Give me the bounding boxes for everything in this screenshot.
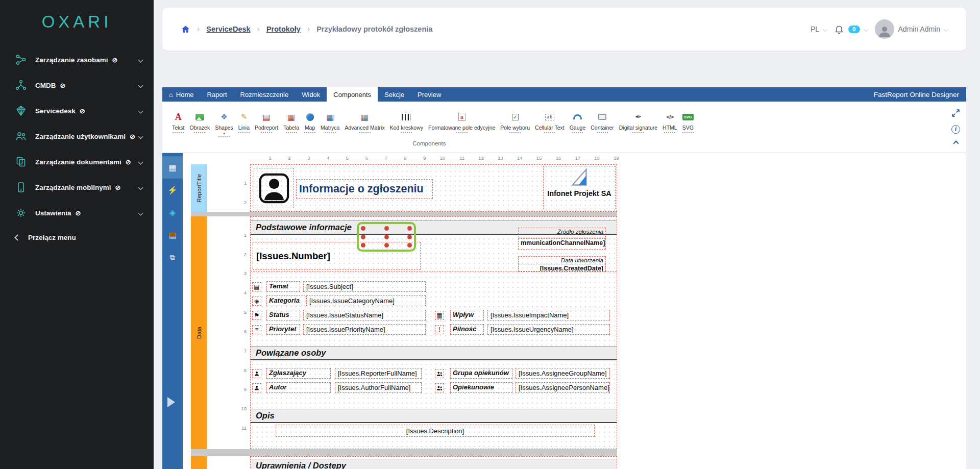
created-label[interactable]: Data utworzenia <box>518 256 606 264</box>
tab-raport[interactable]: Raport <box>201 87 234 102</box>
pages-icon[interactable]: ⧉ <box>162 246 183 268</box>
sidebar-item-ustawienia[interactable]: Ustawienia ⊘ <box>0 200 154 226</box>
component-tabela[interactable]: ▦Tabela <box>281 111 302 133</box>
band-footer[interactable]: Footer1 <box>191 456 207 469</box>
play-icon[interactable] <box>167 397 175 407</box>
category-icon[interactable]: ◈ <box>252 297 261 306</box>
component-svg[interactable]: SVGSVG <box>680 111 696 133</box>
category-value-field[interactable]: [Issues.IssueCategoryName] <box>306 295 426 306</box>
breadcrumb-protokoly[interactable]: Protokoły <box>266 25 301 33</box>
selection-handle[interactable] <box>384 226 389 231</box>
description-field[interactable]: [Issues.Description] <box>276 425 595 437</box>
subject-label[interactable]: Temat <box>266 281 300 292</box>
band-splitter[interactable] <box>191 449 617 456</box>
tab-sekcje[interactable]: Sekcje <box>378 87 411 102</box>
people-icon[interactable] <box>435 383 444 392</box>
section-header-description[interactable]: Opis <box>251 409 617 423</box>
sidebar-item-cmdb[interactable]: CMDB ⊘ <box>0 72 154 98</box>
selection-handle[interactable] <box>361 235 365 239</box>
component-pole-wyboru[interactable]: ✓Pole wyboru <box>498 111 532 133</box>
tab-home[interactable]: ⌂ Home <box>162 87 201 102</box>
tab-rozmieszczenie[interactable]: Rozmieszczenie <box>234 87 296 102</box>
band-reporttitle[interactable]: ReportTitle <box>191 164 207 212</box>
priority-label[interactable]: Priorytet <box>266 324 300 335</box>
home-icon[interactable] <box>181 24 190 34</box>
urgency-label[interactable]: Pilność <box>450 324 484 335</box>
data-panel-icon[interactable]: ◈ <box>162 201 183 224</box>
selection-handle[interactable] <box>384 243 389 248</box>
design-canvas[interactable]: 12345678910111213141516171819 12 1234567… <box>183 153 966 469</box>
status-label[interactable]: Status <box>266 310 300 320</box>
created-value-field[interactable]: [Issues.CreatedDate] <box>518 264 606 271</box>
reporter-value-field[interactable]: [Issues.ReporterFullName] <box>335 368 422 379</box>
priority-icon[interactable]: ≡ <box>252 325 261 334</box>
language-selector[interactable]: PL <box>811 25 827 33</box>
section-header-people[interactable]: Powiązane osoby <box>251 346 617 360</box>
dictionary-icon[interactable]: ▤ <box>162 224 183 246</box>
company-logo-object[interactable]: Infonet Projekt SA <box>543 166 616 209</box>
subject-icon[interactable]: ▤ <box>252 282 261 291</box>
status-icon[interactable]: ⚑ <box>252 311 261 320</box>
report-title-text[interactable]: Informacje o zgłoszeniu <box>296 179 433 199</box>
breadcrumb-servicedesk[interactable]: ServiceDesk <box>206 25 250 33</box>
collapse-ribbon-icon[interactable] <box>953 140 959 146</box>
source-label[interactable]: Źródło zgłoszenia <box>518 228 606 237</box>
person-icon[interactable] <box>252 369 261 378</box>
tab-components[interactable]: Components <box>327 87 378 102</box>
component-shapes[interactable]: ❖Shapes▾ <box>212 111 236 137</box>
component-advanced-matrix[interactable]: ▦Advanced Matrix <box>342 111 387 133</box>
component-podreport[interactable]: ▤Podreport <box>252 111 281 133</box>
component-html[interactable]: </>HTML <box>660 111 680 133</box>
selection-handle[interactable] <box>384 235 389 239</box>
component-kod-kreskowy[interactable]: Kod kreskowy <box>387 111 426 133</box>
selection-handle[interactable] <box>361 226 365 231</box>
component-formatowane-pole[interactable]: aFormatowane pole edycyjne <box>426 111 498 133</box>
selection-handle[interactable] <box>361 243 365 248</box>
component-gauge[interactable]: Gauge <box>567 111 589 133</box>
assignees-label[interactable]: Opiekunowie <box>450 382 512 393</box>
assignee-group-value-field[interactable]: [Issues.AssigneeGroupName] <box>516 368 610 379</box>
subject-value-field[interactable]: [Issues.Subject] <box>303 281 426 292</box>
category-label[interactable]: Kategoria <box>266 295 305 306</box>
component-linia[interactable]: ✎Linia <box>236 111 252 133</box>
user-menu[interactable]: Admin Admin <box>875 19 948 39</box>
component-map[interactable]: Map <box>302 111 318 133</box>
status-value-field[interactable]: [Issues.IssueStatusName] <box>303 310 426 320</box>
assignee-group-label[interactable]: Grupa opiekunów <box>450 368 512 379</box>
info-icon[interactable]: i <box>951 125 960 134</box>
author-label[interactable]: Autor <box>266 382 331 393</box>
selection-handle[interactable] <box>407 243 412 248</box>
sidebar-item-servicedesk[interactable]: Servicedesk ⊘ <box>0 98 154 124</box>
report-page[interactable]: Informacje o zgłoszeniu Infonet Projekt … <box>250 164 617 469</box>
reporter-label[interactable]: Zgłaszający <box>266 368 331 379</box>
sidebar-item-zarzadzanie-zasobami[interactable]: Zarządzanie zasobami ⊘ <box>0 47 154 72</box>
impact-icon[interactable]: ▦ <box>435 311 444 320</box>
component-container[interactable]: Container <box>588 111 617 133</box>
urgency-value-field[interactable]: [Issues.IssueUrgencyName] <box>487 324 610 335</box>
notifications-button[interactable]: 0 <box>834 24 867 34</box>
selection-handle[interactable] <box>407 226 412 231</box>
component-matryca[interactable]: ▦Matryca <box>318 111 342 133</box>
section-header-permissions[interactable]: Uprawnienia / Dostępy <box>251 459 617 469</box>
component-cellular-text[interactable]: abCellular Text <box>532 111 567 133</box>
component-obrazek[interactable]: Obrazek <box>187 111 213 133</box>
menu-toggle[interactable]: Przełącz menu <box>0 226 154 241</box>
author-value-field[interactable]: [Issues.AuthorFullName] <box>335 382 422 393</box>
selected-component[interactable] <box>357 222 416 252</box>
selection-handle[interactable] <box>407 235 412 239</box>
assignees-value-field[interactable]: [Issues.AssigneePersonName] <box>516 382 610 393</box>
fullscreen-icon[interactable] <box>951 109 960 117</box>
sidebar-item-zarzadzanie-uzytkownikami[interactable]: Zarządzanie użytkownikami ⊘ <box>0 124 154 149</box>
source-value-field[interactable]: mmunicationChannelName] <box>518 238 606 250</box>
person-icon[interactable] <box>252 383 261 392</box>
report-tree-icon[interactable]: ▦ <box>162 156 183 179</box>
urgency-icon[interactable]: ! <box>435 325 444 334</box>
component-digital-signature[interactable]: ✒Digital signature <box>617 111 660 133</box>
tab-preview[interactable]: Preview <box>411 87 448 102</box>
sidebar-item-zarzadzanie-mobilnymi[interactable]: Zarządzanie mobilnymi ⊘ <box>0 175 154 200</box>
sidebar-item-zarzadzanie-dokumentami[interactable]: Zarządzanie dokumentami ⊘ <box>0 149 154 175</box>
people-icon[interactable] <box>435 369 444 378</box>
priority-value-field[interactable]: [Issues.IssuePriorityName] <box>303 324 426 335</box>
band-splitter[interactable] <box>191 212 617 216</box>
band-data[interactable]: Data <box>191 216 207 449</box>
